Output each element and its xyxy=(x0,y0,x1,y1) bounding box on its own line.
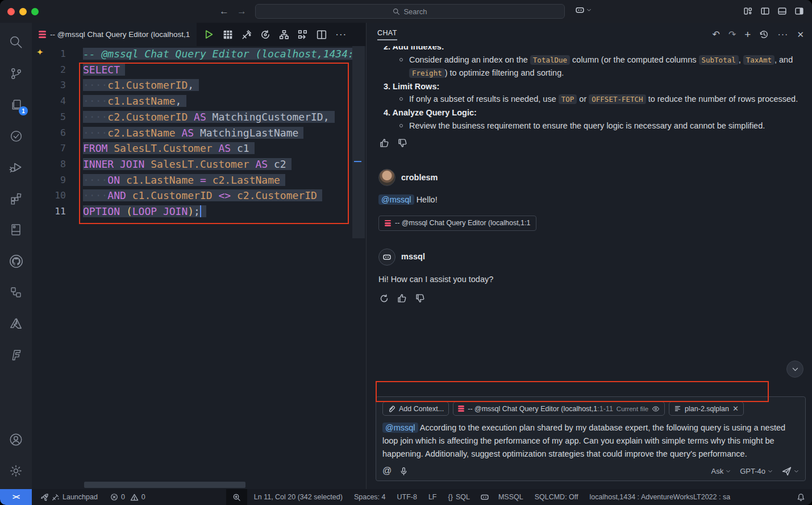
explorer-icon[interactable]: 1 xyxy=(2,91,30,118)
chat-tab[interactable]: CHAT xyxy=(377,29,397,40)
current-file-chip[interactable]: -- @mssql Chat Query Editor (localhost,1… xyxy=(453,401,665,416)
split-editor-icon[interactable] xyxy=(317,30,327,40)
assistant-response: 2. Add Indexes:Consider adding an index … xyxy=(378,46,800,132)
retry-icon[interactable] xyxy=(380,294,389,303)
zoom-indicator[interactable] xyxy=(226,489,247,505)
chat-more-icon[interactable]: ··· xyxy=(777,30,788,40)
code-line[interactable]: 6····c2.LastName AS MatchingLastName xyxy=(32,125,352,141)
send-button[interactable] xyxy=(782,466,799,476)
encoding-item[interactable]: UTF-8 xyxy=(397,493,417,501)
indentation-item[interactable]: Spaces: 4 xyxy=(354,493,386,501)
line-number: 11 xyxy=(32,204,66,220)
toggle-secondary-sidebar-icon[interactable] xyxy=(794,6,804,16)
testing-icon[interactable] xyxy=(2,122,30,150)
mention-chip[interactable]: @mssql xyxy=(378,194,414,205)
problems-item[interactable]: 0 0 xyxy=(110,493,145,502)
connect-plug-icon[interactable] xyxy=(241,30,252,40)
editor-body[interactable]: ✦ 1-- @mssql Chat Query Editor (localhos… xyxy=(32,46,366,489)
code-line[interactable]: 4····c1.LastName, xyxy=(32,93,352,109)
minimize-window-button[interactable] xyxy=(19,8,27,15)
copilot-status-item[interactable] xyxy=(480,492,489,502)
plan-file-chip[interactable]: plan-2.sqlplan ✕ xyxy=(669,401,744,416)
command-center-search[interactable]: Search xyxy=(255,4,565,19)
search-icon[interactable] xyxy=(2,28,30,56)
copilot-robot-icon xyxy=(575,5,585,15)
code-line[interactable]: 3····c1.CustomerID, xyxy=(32,77,352,93)
code-line[interactable]: 9····ON c1.LastName = c2.LastName xyxy=(32,172,352,188)
run-query-icon[interactable] xyxy=(203,29,214,40)
toggle-primary-sidebar-icon[interactable] xyxy=(760,6,770,16)
extensions-icon[interactable] xyxy=(2,185,30,212)
connection-item[interactable]: localhost,1434 : AdventureWorksLT2022 : … xyxy=(590,493,731,501)
editor-tab[interactable]: -- @mssql Chat Query Editor (localhost,1 xyxy=(32,23,197,46)
history-icon[interactable] xyxy=(759,30,769,39)
change-connection-icon[interactable] xyxy=(260,30,270,40)
add-context-button[interactable]: Add Context... xyxy=(382,401,449,416)
remove-chip-icon[interactable]: ✕ xyxy=(732,404,739,413)
model-dropdown[interactable]: GPT-4o xyxy=(740,467,773,475)
eol-item[interactable]: LF xyxy=(428,493,437,501)
code-line[interactable]: 2SELECT xyxy=(32,62,352,78)
code-line[interactable]: 1-- @mssql Chat Query Editor (localhost,… xyxy=(32,46,352,62)
thumbs-down-icon[interactable] xyxy=(415,293,425,303)
settings-gear-icon[interactable] xyxy=(2,457,30,485)
new-chat-icon[interactable]: + xyxy=(744,31,751,39)
sqlcmd-item[interactable]: SQLCMD: Off xyxy=(535,493,578,501)
redo-icon[interactable]: ↷ xyxy=(728,29,736,40)
code-line[interactable]: 7FROM SalesLT.Customer AS c1 xyxy=(32,140,352,156)
thumbs-down-icon[interactable] xyxy=(398,138,407,148)
sql-connections-icon[interactable] xyxy=(2,279,30,306)
eye-icon[interactable] xyxy=(652,405,660,413)
editor-more-actions-icon[interactable]: ··· xyxy=(335,29,347,40)
accounts-icon[interactable] xyxy=(2,426,30,453)
run-debug-icon[interactable] xyxy=(2,154,30,181)
copilot-menu[interactable] xyxy=(575,5,592,15)
actual-plan-icon[interactable] xyxy=(298,30,308,40)
toggle-panel-icon[interactable] xyxy=(777,6,787,16)
line-number: 1 xyxy=(32,46,66,62)
thumbs-up-icon[interactable] xyxy=(397,293,407,303)
github-icon[interactable] xyxy=(2,247,30,275)
customize-layout-icon[interactable] xyxy=(743,6,753,16)
thumbs-up-icon[interactable] xyxy=(380,138,389,148)
message-attachment-chip[interactable]: -- @mssql Chat Query Editor (localhost,1… xyxy=(378,216,536,231)
launchpad-item[interactable]: Launchpad xyxy=(40,493,98,502)
undo-icon[interactable]: ↶ xyxy=(713,29,720,40)
close-window-button[interactable] xyxy=(7,8,15,15)
azure-icon[interactable] xyxy=(2,310,30,337)
chat-input-box[interactable]: Add Context... -- @mssql Chat Query Edit… xyxy=(376,396,806,481)
fabric-icon[interactable] xyxy=(2,341,30,369)
back-icon[interactable]: ← xyxy=(219,6,229,17)
horizontal-scrollbar[interactable] xyxy=(84,482,245,488)
chat-close-icon[interactable]: ✕ xyxy=(797,30,804,40)
mssql-item[interactable]: MSSQL xyxy=(498,493,523,501)
code-line[interactable]: 10····AND c1.CustomerID <> c2.CustomerID xyxy=(32,188,352,204)
code-line[interactable]: 8INNER JOIN SalesLT.Customer AS c2 xyxy=(32,156,352,172)
minimap[interactable] xyxy=(352,46,366,489)
search-placeholder: Search xyxy=(403,7,427,16)
source-control-icon[interactable] xyxy=(2,60,30,87)
user-avatar xyxy=(378,169,395,186)
bot-avatar xyxy=(378,249,395,266)
language-item[interactable]: {}SQL xyxy=(448,493,470,501)
chat-input-text[interactable]: @mssql According to the execution plan s… xyxy=(382,421,799,461)
bullet-icon xyxy=(399,97,403,101)
database-projects-icon[interactable] xyxy=(2,216,30,243)
estimated-plan-icon[interactable] xyxy=(279,30,289,40)
error-icon xyxy=(110,493,118,501)
mode-dropdown[interactable]: Ask xyxy=(711,467,731,475)
bot-message-header: mssql xyxy=(378,249,800,266)
code-line[interactable]: 5····c2.CustomerID AS MatchingCustomerID… xyxy=(32,109,352,125)
editor-tab-title: -- @mssql Chat Query Editor (localhost,1 xyxy=(50,30,190,39)
notifications-bell-icon[interactable] xyxy=(797,493,805,502)
code-line[interactable]: 11OPTION (LOOP JOIN); xyxy=(32,204,352,220)
zoom-window-button[interactable] xyxy=(31,8,39,15)
cursor-position-item[interactable]: Ln 11, Col 20 (342 selected) xyxy=(254,493,343,501)
mention-context-icon[interactable]: @ xyxy=(382,466,392,476)
results-grid-icon[interactable] xyxy=(223,30,233,40)
forward-icon[interactable]: → xyxy=(237,6,247,17)
remote-indicator[interactable]: >< xyxy=(0,489,32,505)
scroll-to-bottom-button[interactable] xyxy=(786,361,803,378)
context-chips-row: Add Context... -- @mssql Chat Query Edit… xyxy=(382,401,799,416)
microphone-icon[interactable] xyxy=(399,467,408,475)
